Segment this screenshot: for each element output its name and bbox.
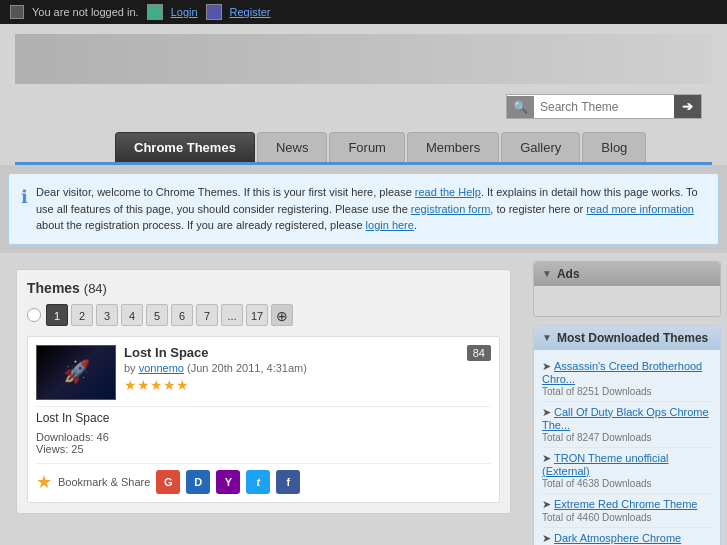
nav-item-members[interactable]: Members bbox=[407, 132, 499, 162]
themes-title: Themes (84) bbox=[27, 280, 500, 296]
login-link[interactable]: Login bbox=[171, 6, 198, 18]
ads-content bbox=[534, 286, 720, 316]
pagination: 1 2 3 4 5 6 7 ... 17 ⊕ bbox=[27, 304, 500, 326]
yahoo-share-button[interactable]: Y bbox=[216, 470, 240, 494]
dl-count-1: Total of 8247 Downloads bbox=[542, 432, 652, 443]
info-box: ℹ Dear visitor, welcome to Chrome Themes… bbox=[8, 173, 719, 245]
dl-count-2: Total of 4638 Downloads bbox=[542, 478, 652, 489]
theme-sub-title: Lost In Space bbox=[36, 406, 491, 425]
more-info-link[interactable]: read more information bbox=[586, 203, 694, 215]
theme-left: 🚀 Lost In Space by vonnemo (Jun 20th 201… bbox=[36, 345, 307, 400]
nav-item-forum[interactable]: Forum bbox=[329, 132, 405, 162]
search-go-button[interactable]: ➔ bbox=[674, 95, 701, 118]
dl-item: ➤Call Of Duty Black Ops Chrome The...Tot… bbox=[542, 402, 712, 448]
dl-item: ➤Extreme Red Chrome ThemeTotal of 4460 D… bbox=[542, 494, 712, 528]
digg-share-button[interactable]: D bbox=[186, 470, 210, 494]
page-radio[interactable] bbox=[27, 308, 41, 322]
page-4[interactable]: 4 bbox=[121, 304, 143, 326]
facebook-share-button[interactable]: f bbox=[276, 470, 300, 494]
help-link[interactable]: read the Help bbox=[415, 186, 481, 198]
search-input[interactable] bbox=[534, 96, 674, 118]
theme-header: 🚀 Lost In Space by vonnemo (Jun 20th 201… bbox=[36, 345, 491, 400]
register-icon bbox=[206, 4, 222, 20]
login-here-link[interactable]: login here bbox=[366, 219, 414, 231]
page-ellipsis: ... bbox=[221, 304, 243, 326]
search-box: 🔍 ➔ bbox=[506, 94, 702, 119]
theme-author-line: by vonnemo (Jun 20th 2011, 4:31am) bbox=[124, 362, 307, 374]
theme-thumbnail[interactable]: 🚀 bbox=[36, 345, 116, 400]
search-row: 🔍 ➔ bbox=[15, 84, 712, 127]
search-icon-wrap: 🔍 bbox=[507, 96, 534, 118]
dl-theme-link-3[interactable]: Extreme Red Chrome Theme bbox=[554, 498, 697, 510]
twitter-share-button[interactable]: t bbox=[246, 470, 270, 494]
downloads-value: 46 bbox=[97, 431, 109, 443]
theme-stats: Downloads: 46 Views: 25 bbox=[36, 431, 491, 455]
user-icon bbox=[10, 5, 24, 19]
search-icon: 🔍 bbox=[513, 100, 528, 114]
nav-divider bbox=[15, 162, 712, 165]
info-text1: Dear visitor, welcome to Chrome Themes. … bbox=[36, 186, 415, 198]
nav: Chrome ThemesNewsForumMembersGalleryBlog bbox=[15, 132, 712, 162]
dl-item: ➤Assassin's Creed Brotherhood Chro...Tot… bbox=[542, 356, 712, 402]
not-logged-text: You are not logged in. bbox=[32, 6, 139, 18]
themes-label: Themes bbox=[27, 280, 80, 296]
content-area: Themes (84) 1 2 3 4 5 6 7 ... 17 ⊕ bbox=[0, 253, 527, 546]
reg-form-link[interactable]: registration form bbox=[411, 203, 490, 215]
page-17[interactable]: 17 bbox=[246, 304, 268, 326]
theme-info: Lost In Space by vonnemo (Jun 20th 2011,… bbox=[124, 345, 307, 400]
theme-count-badge: 84 bbox=[467, 345, 491, 361]
main: Themes (84) 1 2 3 4 5 6 7 ... 17 ⊕ bbox=[0, 253, 727, 546]
info-text5: . bbox=[414, 219, 417, 231]
bookmark-label: Bookmark & Share bbox=[58, 476, 150, 488]
views-label: Views: bbox=[36, 443, 68, 455]
google-share-button[interactable]: G bbox=[156, 470, 180, 494]
page-6[interactable]: 6 bbox=[171, 304, 193, 326]
theme-item: 🚀 Lost In Space by vonnemo (Jun 20th 201… bbox=[27, 336, 500, 503]
header: 🔍 ➔ Chrome ThemesNewsForumMembersGallery… bbox=[0, 24, 727, 165]
ads-label: Ads bbox=[557, 267, 580, 281]
theme-date: Jun 20th 2011, 4:31am bbox=[191, 362, 304, 374]
cursor-icon: ➤ bbox=[542, 532, 551, 544]
most-downloaded-triangle: ▼ bbox=[542, 332, 552, 343]
most-downloaded-header: ▼ Most Downloaded Themes bbox=[534, 326, 720, 350]
page-next[interactable]: ⊕ bbox=[271, 304, 293, 326]
page-5[interactable]: 5 bbox=[146, 304, 168, 326]
dl-count-0: Total of 8251 Downloads bbox=[542, 386, 652, 397]
most-downloaded-label: Most Downloaded Themes bbox=[557, 331, 708, 345]
nav-item-blog[interactable]: Blog bbox=[582, 132, 646, 162]
dl-theme-link-2[interactable]: TRON Theme unofficial (External) bbox=[542, 452, 669, 477]
most-downloaded-box: ▼ Most Downloaded Themes ➤Assassin's Cre… bbox=[533, 325, 721, 546]
ads-triangle: ▼ bbox=[542, 268, 552, 279]
dl-theme-link-1[interactable]: Call Of Duty Black Ops Chrome The... bbox=[542, 406, 709, 431]
cursor-icon: ➤ bbox=[542, 498, 551, 510]
page-1[interactable]: 1 bbox=[46, 304, 68, 326]
page-2[interactable]: 2 bbox=[71, 304, 93, 326]
top-bar: You are not logged in. Login Register bbox=[0, 0, 727, 24]
page-3[interactable]: 3 bbox=[96, 304, 118, 326]
themes-count: (84) bbox=[84, 281, 107, 296]
dl-item: ➤TRON Theme unofficial (External)Total o… bbox=[542, 448, 712, 494]
logo-area bbox=[15, 34, 712, 84]
cursor-icon: ➤ bbox=[542, 452, 551, 464]
dl-theme-link-0[interactable]: Assassin's Creed Brotherhood Chro... bbox=[542, 360, 702, 385]
themes-panel: Themes (84) 1 2 3 4 5 6 7 ... 17 ⊕ bbox=[16, 269, 511, 514]
login-icon bbox=[147, 4, 163, 20]
theme-author-link[interactable]: vonnemo bbox=[139, 362, 184, 374]
theme-name[interactable]: Lost In Space bbox=[124, 345, 307, 360]
favorite-star[interactable]: ★ bbox=[36, 471, 52, 493]
dl-count-3: Total of 4460 Downloads bbox=[542, 512, 652, 523]
nav-item-gallery[interactable]: Gallery bbox=[501, 132, 580, 162]
dl-theme-link-4[interactable]: Dark Atmosphere Chrome Theme bbox=[542, 532, 681, 546]
register-link[interactable]: Register bbox=[230, 6, 271, 18]
cursor-icon: ➤ bbox=[542, 360, 551, 372]
nav-item-news[interactable]: News bbox=[257, 132, 328, 162]
theme-stars: ★★★★★ bbox=[124, 377, 307, 393]
page-7[interactable]: 7 bbox=[196, 304, 218, 326]
ads-box: ▼ Ads bbox=[533, 261, 721, 317]
dl-item: ➤Dark Atmosphere Chrome ThemeTotal of 38… bbox=[542, 528, 712, 546]
nav-item-chrome-themes[interactable]: Chrome Themes bbox=[115, 132, 255, 162]
views-value: 25 bbox=[71, 443, 83, 455]
info-icon: ℹ bbox=[21, 186, 28, 234]
most-downloaded-list: ➤Assassin's Creed Brotherhood Chro...Tot… bbox=[534, 350, 720, 546]
info-text4: about the registration process. If you a… bbox=[36, 219, 366, 231]
